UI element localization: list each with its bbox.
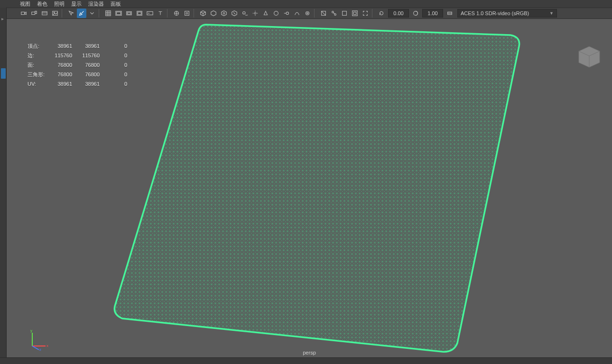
isolate-select-icon[interactable] (350, 9, 360, 18)
svg-text:y: y (30, 328, 32, 333)
svg-point-43 (306, 12, 309, 15)
gamma-field[interactable]: 1.00 (422, 9, 443, 18)
separator (99, 9, 102, 18)
svg-rect-8 (106, 11, 111, 16)
stat-verts-label: 顶点: (28, 42, 51, 50)
stat-uv-b: 38961 (80, 80, 106, 88)
isolate-icon[interactable] (182, 9, 192, 18)
viewport-toolbar: 0.00 1.00 ACES 1.0 SDR-video (sRGB) ▼ (0, 8, 612, 19)
refresh-icon[interactable] (377, 9, 386, 18)
stat-tris-b: 76800 (80, 70, 106, 79)
svg-point-40 (274, 11, 278, 16)
view-cube[interactable] (575, 43, 603, 71)
svg-marker-29 (222, 11, 227, 16)
wireframe-shaded-icon[interactable] (172, 9, 181, 18)
grid-icon[interactable] (103, 9, 113, 18)
bottom-bar (0, 357, 612, 364)
sidebar-active-indicator[interactable] (1, 68, 6, 79)
svg-line-49 (333, 12, 335, 14)
axis-gizmo[interactable]: y x z (27, 327, 50, 351)
left-sidebar: ▸ (0, 8, 7, 364)
stat-verts-a: 38961 (52, 42, 79, 50)
svg-rect-16 (128, 12, 131, 14)
svg-rect-3 (42, 12, 47, 15)
dof-icon[interactable] (303, 9, 312, 18)
film-gate-icon[interactable] (40, 9, 49, 18)
chevron-down-icon[interactable] (87, 9, 97, 18)
stat-edges-b: 115760 (80, 51, 106, 60)
svg-marker-39 (264, 11, 268, 15)
camera-icon[interactable] (19, 9, 28, 18)
stat-tris-c: 0 (107, 70, 134, 79)
xray-icon[interactable] (319, 9, 328, 18)
menu-lighting[interactable]: 照明 (54, 0, 65, 8)
stat-faces-label: 面: (28, 61, 51, 69)
menu-panels[interactable]: 面板 (111, 0, 121, 8)
svg-rect-50 (343, 11, 347, 16)
motionblur-icon[interactable] (282, 9, 291, 18)
image-plane-icon[interactable] (50, 9, 60, 18)
stat-verts-c: 0 (107, 42, 134, 50)
menu-renderer[interactable]: 渲染器 (88, 0, 104, 8)
text-icon[interactable] (156, 9, 165, 18)
colorspace-icon[interactable] (445, 9, 454, 18)
stat-uv-a: 38961 (52, 80, 79, 88)
chevron-down-icon: ▼ (549, 11, 554, 16)
safe-action-icon[interactable] (135, 9, 144, 18)
menu-view[interactable]: 视图 (20, 0, 30, 8)
menu-bar: 视图 着色 照明 显示 渲染器 面板 (0, 0, 612, 8)
textured-cube-icon[interactable] (219, 9, 229, 18)
expand-icon[interactable] (361, 9, 370, 18)
stat-faces-b: 76800 (80, 61, 106, 69)
light-icon[interactable] (250, 9, 260, 18)
stat-edges-a: 115760 (52, 51, 79, 60)
menu-shading[interactable]: 着色 (37, 0, 47, 8)
paint-tool-icon[interactable] (77, 9, 86, 18)
menu-show[interactable]: 显示 (71, 0, 82, 8)
svg-rect-14 (117, 12, 121, 14)
separator (167, 9, 170, 18)
chevron-right-icon[interactable]: ▸ (1, 16, 4, 21)
svg-point-44 (307, 13, 308, 14)
lights-cube-icon[interactable] (230, 9, 239, 18)
svg-point-30 (223, 12, 225, 14)
separator (314, 9, 317, 18)
xray-active-icon[interactable] (340, 9, 349, 18)
antialias-icon[interactable] (292, 9, 302, 18)
xray-joints-icon[interactable] (329, 9, 339, 18)
gate-mask-icon[interactable] (124, 9, 134, 18)
stat-edges-c: 0 (107, 51, 134, 60)
svg-text:x: x (46, 344, 48, 348)
camera-bookmark-icon[interactable] (29, 9, 39, 18)
svg-rect-51 (352, 11, 358, 16)
stat-edges-label: 边: (28, 51, 51, 60)
svg-text:z: z (39, 347, 41, 351)
gamma-icon[interactable] (411, 9, 420, 18)
svg-line-32 (233, 12, 235, 14)
wire-cube-icon[interactable] (209, 9, 218, 18)
ao-icon[interactable] (271, 9, 281, 18)
svg-point-34 (254, 12, 256, 14)
poly-stats: 顶点: 38961 38961 0 边: 115760 115760 0 面: … (27, 41, 135, 89)
stat-uv-label: UV: (28, 80, 51, 88)
svg-point-33 (243, 12, 245, 14)
svg-rect-52 (353, 12, 356, 14)
viewport[interactable]: 顶点: 38961 38961 0 边: 115760 115760 0 面: … (7, 19, 612, 357)
select-tool-icon[interactable] (66, 9, 76, 18)
resolution-gate-icon[interactable] (114, 9, 123, 18)
shaded-cube-icon[interactable] (198, 9, 208, 18)
shadow-icon[interactable] (240, 9, 250, 18)
separator (372, 9, 375, 18)
exposure-field[interactable]: 0.00 (388, 9, 409, 18)
svg-line-7 (82, 11, 83, 13)
svg-rect-0 (21, 12, 25, 14)
svg-line-60 (32, 346, 39, 350)
safe-title-icon[interactable] (145, 9, 155, 18)
camera-name-label: persp (303, 350, 316, 355)
stat-uv-c: 0 (107, 80, 134, 88)
colorspace-dropdown[interactable]: ACES 1.0 SDR-video (sRGB) ▼ (457, 9, 557, 18)
svg-marker-28 (211, 11, 216, 16)
spot-icon[interactable] (261, 9, 270, 18)
colorspace-label: ACES 1.0 SDR-video (sRGB) (461, 10, 529, 16)
stat-verts-b: 38961 (80, 42, 106, 50)
